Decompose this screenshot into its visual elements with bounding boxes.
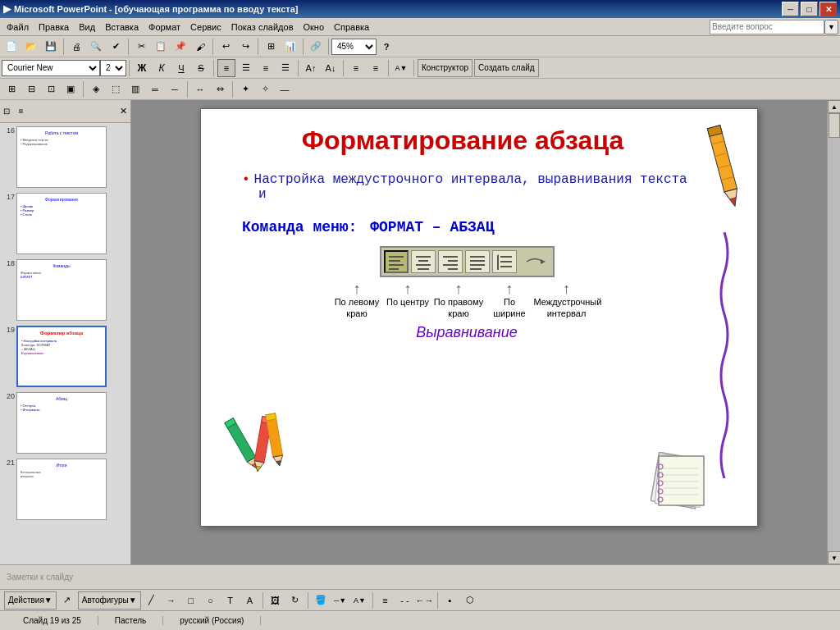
strikethrough-button[interactable]: S [192,59,210,77]
preview-button[interactable]: 🔍 [87,38,105,56]
increase-font[interactable]: A↑ [302,59,320,77]
main-slide[interactable]: Форматирование абзаца •Настройка междуст… [200,108,758,527]
copy-button[interactable]: 📋 [152,38,170,56]
search-box[interactable]: ▼ [710,20,838,34]
slide-item-18[interactable]: 18 Команды Формат меню ШРИФТ [3,259,127,321]
slide-item-20[interactable]: 20 Абзац • Отступы • Интервалы [3,392,127,454]
search-button[interactable]: ▼ [824,20,838,34]
tb3-btn5[interactable]: ◈ [87,80,105,98]
align-left-button[interactable]: ≡ [217,59,235,77]
help-button[interactable]: ? [377,38,395,56]
tb3-btn1[interactable]: ⊞ [2,80,21,98]
scroll-up-button[interactable]: ▲ [828,100,840,113]
insert-chart[interactable]: 📊 [281,38,299,56]
slide-thumb-19[interactable]: Форматир абзаца • Настройка интервала Ко… [16,326,107,387]
open-button[interactable]: 📂 [22,38,40,56]
tb3-btn7[interactable]: ▥ [126,80,144,98]
spell-button[interactable]: ✔ [107,38,125,56]
scroll-thumb[interactable] [829,113,840,138]
save-button[interactable]: 💾 [42,38,60,56]
clipart-button[interactable]: 🖼 [267,591,285,609]
font-select[interactable]: Courier New [2,60,100,76]
tb3-btn9[interactable]: ─ [166,80,184,98]
menu-window[interactable]: Окно [299,21,330,34]
slide-thumb-18[interactable]: Команды Формат меню ШРИФТ [16,259,107,321]
menu-file[interactable]: Файл [2,21,34,34]
shadow-button[interactable]: ▪ [441,591,459,609]
menu-help[interactable]: Справка [329,21,374,34]
textbox-button[interactable]: T [221,591,240,609]
list-button[interactable]: ≡ [347,59,365,77]
bold-button[interactable]: Ж [133,59,151,77]
slide-thumb-17[interactable]: Форматирование • Шрифт • Размер • Стиль [16,193,107,254]
tab-outline[interactable]: ≡ [19,107,24,116]
undo-button[interactable]: ↩ [217,38,235,56]
create-slide-button[interactable]: Создать слайд [474,59,539,77]
slide-item-17[interactable]: 17 Форматирование • Шрифт • Размер • Сти… [3,193,127,254]
tb3-btn12[interactable]: ✦ [236,80,254,98]
align-right-button[interactable]: ≡ [257,59,275,77]
align-center-button[interactable]: ☰ [237,59,255,77]
tb3-btn3[interactable]: ⊡ [42,80,60,98]
italic-button[interactable]: К [153,59,171,77]
slide-thumb-20[interactable]: Абзац • Отступы • Интервалы [16,392,107,454]
line-color-button[interactable]: ─▼ [331,591,349,609]
underline-button[interactable]: Ч [172,59,190,77]
menu-slideshow[interactable]: Показ слайдов [226,21,299,34]
slide-item-16[interactable]: 16 Работа с текстом • Введение текста • … [3,126,127,188]
close-button[interactable]: ✕ [819,2,837,16]
justify-button[interactable]: ☰ [276,59,294,77]
oval-button[interactable]: ○ [202,591,220,609]
menu-view[interactable]: Вид [74,21,100,34]
slide-item-19[interactable]: 19 Форматир абзаца • Настройка интервала… [3,326,127,387]
cursor-button[interactable]: ↗ [58,591,76,609]
tb3-btn2[interactable]: ⊟ [22,80,40,98]
line-button[interactable]: ╱ [143,591,161,609]
cut-button[interactable]: ✂ [132,38,150,56]
fill-color-button[interactable]: 🪣 [312,591,330,609]
constructor-button[interactable]: Конструктор [418,59,472,77]
scroll-down-button[interactable]: ▼ [828,551,840,564]
font-size-select[interactable]: 24 [100,60,126,76]
decrease-font[interactable]: A↓ [322,59,340,77]
menu-service[interactable]: Сервис [185,21,226,34]
canvas-area[interactable]: Форматирование абзаца •Настройка междуст… [131,100,827,564]
menu-edit[interactable]: Правка [34,21,74,34]
new-button[interactable]: 📄 [2,38,21,56]
minimize-button[interactable]: ─ [782,2,799,16]
panel-close-button[interactable]: ✕ [120,106,127,116]
search-input[interactable] [710,20,824,34]
tb3-btn13[interactable]: ✧ [256,80,274,98]
arrow-style-button[interactable]: ←→ [416,591,434,609]
redo-button[interactable]: ↪ [236,38,254,56]
rotate-button[interactable]: ↻ [286,591,304,609]
tb3-btn10[interactable]: ↔ [191,80,209,98]
dash-style-button[interactable]: - - [396,591,414,609]
right-scrollbar[interactable]: ▲ ▼ [827,100,840,564]
3d-button[interactable]: ⬡ [461,591,479,609]
insert-hyperlink[interactable]: 🔗 [307,38,325,56]
zoom-select[interactable]: 45% 50% 75% 100% [331,39,377,55]
tb3-btn4[interactable]: ▣ [62,80,80,98]
wordart-button[interactable]: A [241,591,259,609]
format-painter[interactable]: 🖌 [191,38,209,56]
font-color-draw-button[interactable]: A▼ [351,591,369,609]
maximize-button[interactable]: □ [801,2,818,16]
menu-format[interactable]: Формат [144,21,185,34]
slide-thumb-21[interactable]: Итоги Контрольные вопросы [16,459,107,520]
slide-thumb-16[interactable]: Работа с текстом • Введение текста • Ред… [16,126,107,188]
tb3-btn14[interactable]: — [276,80,294,98]
window-controls[interactable]: ─ □ ✕ [782,2,837,16]
print-button[interactable]: 🖨 [67,38,85,56]
actions-button[interactable]: Действия ▼ [4,591,57,609]
tb3-btn8[interactable]: ═ [146,80,164,98]
slide-item-21[interactable]: 21 Итоги Контрольные вопросы [3,459,127,520]
rect-button[interactable]: □ [182,591,200,609]
font-color-button[interactable]: A▼ [392,59,410,77]
list2-button[interactable]: ≡ [367,59,385,77]
tb3-btn6[interactable]: ⬚ [107,80,125,98]
insert-table[interactable]: ⊞ [262,38,280,56]
arrow-button[interactable]: → [162,591,180,609]
scroll-track[interactable] [828,113,840,551]
line-style-button[interactable]: ≡ [377,591,395,609]
